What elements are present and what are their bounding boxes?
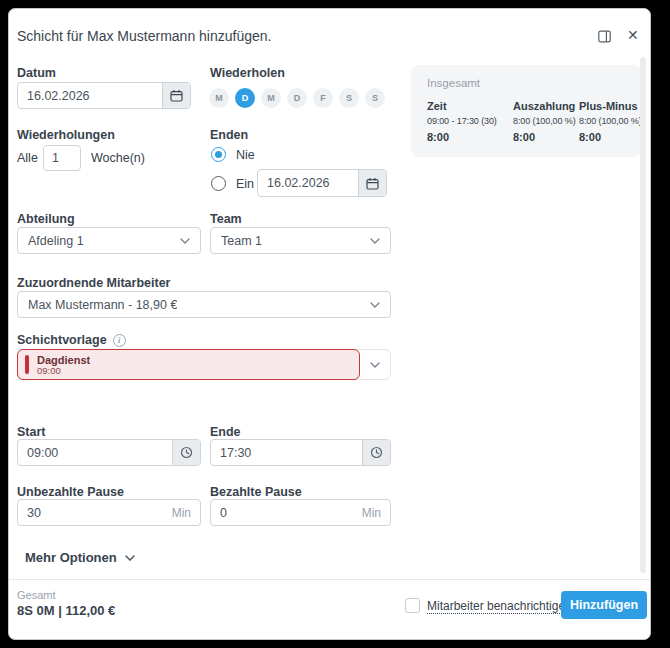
weekday-mo[interactable]: M	[209, 88, 229, 108]
ende-field	[210, 439, 391, 466]
weekday-sa[interactable]: S	[339, 88, 359, 108]
schichtvorlage-label: Schichtvorlage	[17, 333, 107, 347]
notify-checkbox[interactable]	[405, 598, 420, 613]
interval-input[interactable]	[44, 146, 80, 170]
radio-option-ein[interactable]: Ein	[211, 176, 254, 191]
end-date-input[interactable]	[258, 170, 358, 196]
info-icon[interactable]: i	[113, 334, 126, 347]
chevron-down-icon	[370, 302, 380, 308]
totals-col-plusminus: Plus-Minus 8:00 (100,00 %) 8:00	[579, 100, 642, 143]
clock-icon[interactable]	[362, 440, 390, 465]
datum-field	[17, 82, 191, 109]
notify-label[interactable]: Mitarbeiter benachrichtigen	[427, 599, 572, 613]
enden-label: Enden	[210, 128, 248, 142]
weekday-toggle-row: M D M D F S S	[209, 88, 385, 108]
chevron-down-icon	[370, 238, 380, 244]
ende-input[interactable]	[211, 440, 362, 465]
gesamt-label: Gesamt	[17, 589, 56, 601]
datum-label: Datum	[17, 66, 56, 80]
bezahlte-pause-input[interactable]	[211, 500, 362, 525]
mitarbeiter-select[interactable]: Max Mustermann - 18,90 €	[17, 291, 391, 318]
wiederholen-label: Wiederholen	[210, 66, 285, 80]
abteilung-label: Abteilung	[17, 212, 75, 226]
shift-template-pill: Dagdienst 09:00	[17, 349, 360, 380]
weekday-fr[interactable]: F	[313, 88, 333, 108]
gesamt-value: 8S 0M | 112,00 €	[17, 603, 115, 618]
radio-option-nie[interactable]: Nie	[211, 147, 255, 162]
datum-input[interactable]	[18, 83, 162, 108]
unit-label: Min	[362, 506, 390, 520]
radio-nie-control[interactable]	[211, 147, 226, 162]
weekday-do[interactable]: D	[287, 88, 307, 108]
radio-ein-label[interactable]: Ein	[236, 177, 254, 191]
unbezahlte-pause-input[interactable]	[18, 500, 172, 525]
unbezahlte-pause-field: Min	[17, 499, 201, 526]
ende-label: Ende	[210, 425, 241, 439]
unit-label: Min	[172, 506, 200, 520]
add-shift-modal: Schicht für Max Mustermann hinzufügen. ✕…	[8, 8, 651, 640]
chevron-down-icon	[180, 238, 190, 244]
close-icon[interactable]: ✕	[627, 27, 639, 43]
wiederholungen-label: Wiederholungen	[17, 128, 115, 142]
mitarbeiter-label: Zuzuordnende Mitarbeiter	[17, 276, 170, 290]
totals-col-auszahlung: Auszahlung 8:00 (100,00 %) 8:00	[513, 100, 576, 143]
bezahlte-pause-label: Bezahlte Pause	[210, 485, 302, 499]
team-label: Team	[210, 212, 242, 226]
start-label: Start	[17, 425, 45, 439]
bezahlte-pause-field: Min	[210, 499, 391, 526]
weekday-di[interactable]: D	[235, 88, 255, 108]
totals-col-zeit: Zeit 09:00 - 17:30 (30) 8:00	[427, 100, 497, 143]
template-name: Dagdienst	[37, 354, 90, 366]
interval-suffix: Woche(n)	[91, 151, 145, 165]
radio-ein-control[interactable]	[211, 176, 226, 191]
scrollbar[interactable]	[640, 57, 646, 573]
calendar-icon[interactable]	[162, 83, 190, 108]
side-panel-icon[interactable]	[597, 29, 612, 44]
weekday-so[interactable]: S	[365, 88, 385, 108]
schichtvorlage-select[interactable]: Dagdienst 09:00	[17, 349, 391, 380]
start-input[interactable]	[18, 440, 172, 465]
start-field	[17, 439, 201, 466]
totals-panel: Insgesamt Zeit 09:00 - 17:30 (30) 8:00 A…	[411, 65, 641, 157]
modal-title: Schicht für Max Mustermann hinzufügen.	[17, 28, 271, 44]
schichtvorlage-label-row: Schichtvorlage i	[17, 333, 126, 347]
footer-divider	[9, 579, 651, 580]
end-date-field	[257, 169, 387, 197]
interval-field	[43, 145, 81, 171]
weekday-mi[interactable]: M	[261, 88, 281, 108]
radio-nie-label[interactable]: Nie	[236, 148, 255, 162]
chevron-down-icon	[370, 362, 380, 368]
calendar-icon[interactable]	[358, 170, 386, 196]
template-color-bar	[25, 355, 29, 374]
abteilung-select[interactable]: Afdeling 1	[17, 227, 201, 254]
unbezahlte-pause-label: Unbezahlte Pause	[17, 485, 124, 499]
team-select[interactable]: Team 1	[210, 227, 391, 254]
chevron-down-icon	[125, 555, 135, 561]
clock-icon[interactable]	[172, 440, 200, 465]
template-time: 09:00	[37, 366, 90, 376]
interval-prefix: Alle	[17, 151, 38, 165]
hinzufuegen-button[interactable]: Hinzufügen	[561, 591, 647, 619]
totals-title: Insgesamt	[427, 77, 480, 89]
mehr-optionen-button[interactable]: Mehr Optionen	[25, 550, 135, 565]
